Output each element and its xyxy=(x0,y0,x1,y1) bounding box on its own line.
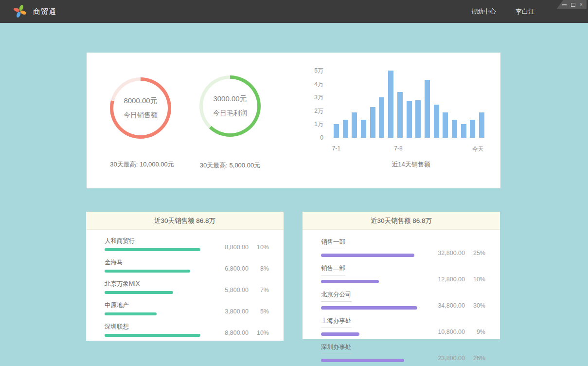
daily-sales-bar xyxy=(397,92,403,138)
y-axis-tick: 2万 xyxy=(302,108,323,114)
daily-sales-bar xyxy=(461,124,466,138)
daily-sales-bar xyxy=(334,124,339,138)
item-name: 人和商贸行 xyxy=(105,237,225,245)
list-item: 上海办事处10,800.009% xyxy=(321,316,485,336)
item-value-bar xyxy=(105,270,190,273)
department-panel-title: 近30天销售额 86.8万 xyxy=(303,212,500,230)
item-amount: 5,800.00 xyxy=(225,287,249,293)
daily-sales-bar xyxy=(425,80,430,138)
item-amount: 32,800.00 xyxy=(438,250,465,256)
item-value-bar xyxy=(321,306,417,310)
maximize-icon xyxy=(571,3,575,7)
item-value-bar xyxy=(105,248,200,251)
customer-list: 人和商贸行8,800.0010%金海马6,800.008%北京万象MIX5,80… xyxy=(86,230,284,337)
list-item: 中原地产3,800.005% xyxy=(105,301,269,315)
help-center-link[interactable]: 帮助中心 xyxy=(471,7,496,16)
item-value-bar xyxy=(105,312,157,315)
customer-panel-title: 近30天销售额 86.8万 xyxy=(86,212,284,230)
item-percent: 10% xyxy=(249,244,269,251)
today-profit-label: 今日毛利润 xyxy=(213,109,247,118)
list-item: 深圳联想8,800.0010% xyxy=(105,323,269,337)
daily-sales-bar xyxy=(352,112,357,138)
item-value-bar xyxy=(105,334,200,337)
item-amount: 8,800.00 xyxy=(225,329,249,336)
item-name: 上海办事处 xyxy=(321,317,352,328)
close-button[interactable]: × xyxy=(580,2,583,7)
item-value-bar xyxy=(321,254,414,257)
list-item: 北京分公司34,800.0030% xyxy=(321,290,485,310)
username-menu[interactable]: 李白江 xyxy=(516,7,535,16)
daily-sales-bar xyxy=(343,120,348,138)
item-value-bar xyxy=(321,359,404,362)
daily-sales-bar xyxy=(415,100,421,138)
pinwheel-logo-icon xyxy=(13,4,27,18)
item-name: 深圳联想 xyxy=(105,323,225,331)
item-value-bar xyxy=(321,332,359,336)
item-value-bar xyxy=(105,291,173,294)
y-axis-tick: 1万 xyxy=(302,121,323,128)
list-item: 北京万象MIX5,800.007% xyxy=(105,280,269,294)
daily-sales-bar xyxy=(388,71,393,138)
daily-sales-bar xyxy=(479,112,484,138)
item-name: 深圳办事处 xyxy=(321,343,352,354)
today-profit-value: 3000.00元 xyxy=(213,94,247,104)
close-icon: × xyxy=(580,2,583,7)
item-amount: 3,800.00 xyxy=(225,308,249,315)
daily-sales-bar xyxy=(379,97,384,138)
app-title: 商贸通 xyxy=(33,0,56,23)
list-item: 销售二部12,800.0010% xyxy=(321,263,485,283)
list-item: 深圳办事处23,800.0026% xyxy=(321,342,485,362)
item-amount: 34,800.00 xyxy=(438,302,465,309)
item-amount: 23,800.00 xyxy=(438,355,465,362)
x-axis-tick: 7-8 xyxy=(394,145,402,152)
daily-sales-bar-chart xyxy=(334,71,484,138)
item-name: 金海马 xyxy=(105,258,225,267)
title-bar: 商贸通 帮助中心 李白江 × xyxy=(0,0,588,23)
item-percent: 30% xyxy=(465,302,485,309)
today-sales-value: 8000.00元 xyxy=(124,96,157,106)
sales-30day-max-caption: 30天最高: 10,000.00元 xyxy=(110,160,174,169)
daily-sales-bar xyxy=(443,112,448,138)
daily-sales-bar xyxy=(470,120,475,138)
today-sales-label: 今日销售额 xyxy=(124,111,158,120)
list-item: 销售一部32,800.0025% xyxy=(321,237,485,257)
customer-sales-panel: 近30天销售额 86.8万 人和商贸行8,800.0010%金海马6,800.0… xyxy=(86,212,284,341)
y-axis-tick: 4万 xyxy=(302,81,323,88)
item-percent: 26% xyxy=(465,355,485,362)
item-percent: 10% xyxy=(249,329,269,336)
item-name: 北京万象MIX xyxy=(105,280,225,288)
bar-chart-caption: 近14天销售额 xyxy=(392,160,430,169)
item-amount: 8,800.00 xyxy=(225,244,249,251)
list-item: 人和商贸行8,800.0010% xyxy=(105,237,269,251)
daily-sales-bar xyxy=(361,120,366,138)
window-controls: × xyxy=(556,0,587,9)
overview-card: 8000.00元 今日销售额 3000.00元 今日毛利润 30天最高: 10,… xyxy=(87,53,500,188)
item-name: 中原地产 xyxy=(105,301,225,310)
daily-sales-bar xyxy=(434,105,439,138)
y-axis-tick: 0 xyxy=(302,134,323,141)
y-axis-tick: 3万 xyxy=(302,94,323,101)
item-amount: 6,800.00 xyxy=(225,265,249,272)
x-axis-tick: 7-1 xyxy=(332,145,340,152)
x-axis-tick: 今天 xyxy=(472,145,484,153)
list-item: 金海马6,800.008% xyxy=(105,258,269,273)
item-percent: 5% xyxy=(249,308,269,315)
minimize-button[interactable] xyxy=(562,2,567,7)
maximize-button[interactable] xyxy=(571,2,575,7)
daily-sales-bar xyxy=(407,101,412,138)
profit-30day-max-caption: 30天最高: 5,000.00元 xyxy=(200,161,260,170)
item-amount: 10,800.00 xyxy=(438,329,465,335)
item-percent: 9% xyxy=(465,329,485,335)
daily-sales-bar xyxy=(452,120,457,138)
item-name: 销售二部 xyxy=(321,264,345,275)
item-percent: 7% xyxy=(249,287,269,293)
item-percent: 8% xyxy=(249,265,269,272)
y-axis-tick: 5万 xyxy=(302,67,323,74)
today-profit-donut-chart: 3000.00元 今日毛利润 xyxy=(199,75,261,137)
department-list: 销售一部32,800.0025%销售二部12,800.0010%北京分公司34,… xyxy=(303,230,500,362)
item-percent: 10% xyxy=(465,276,485,283)
item-name: 北京分公司 xyxy=(321,291,352,302)
today-sales-donut-chart: 8000.00元 今日销售额 xyxy=(110,77,171,139)
item-value-bar xyxy=(321,280,379,283)
item-percent: 25% xyxy=(465,250,485,256)
